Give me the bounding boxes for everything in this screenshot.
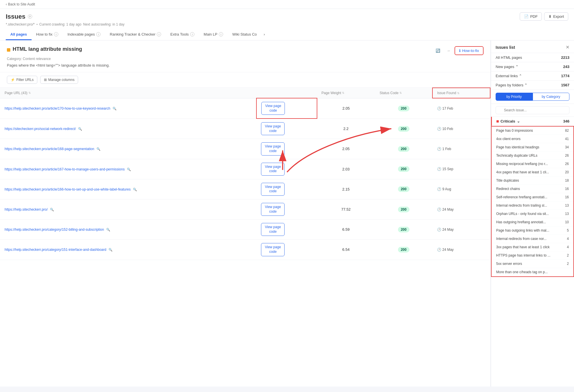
url-cell: https://help.sitecheckerr.pro/category/1… — [0, 240, 256, 260]
close-button[interactable]: ✕ — [566, 44, 569, 50]
issue-date: 🕐 1 Feb — [437, 147, 486, 151]
col-status[interactable]: Status Code ⇅ — [375, 88, 432, 98]
issue-item[interactable]: HTTPS page has internal links to ... 2 — [492, 251, 573, 260]
search-icon: 🔍 — [113, 107, 117, 110]
tab-wiki-status[interactable]: Wiki Status Co — [228, 29, 261, 40]
pdf-icon: 📄 — [524, 14, 529, 19]
view-page-code-button[interactable]: View pagecode — [261, 163, 285, 176]
weight-cell: 77.52 — [317, 199, 375, 219]
url-link[interactable]: https://help.sitecheckerr.pro/article/16… — [5, 147, 94, 151]
stat-row-all-pages[interactable]: All HTML pages 2213 — [491, 53, 574, 62]
search-icon: 🔍 — [78, 127, 82, 131]
url-link[interactable]: https://help.sitecheckerr.pro/category/1… — [5, 228, 104, 232]
view-page-code-button[interactable]: View pagecode — [261, 102, 285, 115]
view-page-code-button[interactable]: View pagecode — [261, 183, 285, 196]
issue-item[interactable]: Title duplicates 18 — [492, 176, 573, 185]
tab-indexable-pages[interactable]: Indexable pages i — [63, 29, 105, 40]
issue-item[interactable]: Missing reciprocal hreflang (no r... 26 — [492, 160, 573, 168]
url-link[interactable]: https://help.sitecheckerr.pro/category/1… — [5, 248, 106, 252]
filter-urls-button[interactable]: ⚡ Filter URLs — [7, 76, 37, 84]
col-url[interactable]: Page URL (43) ⇅ — [0, 88, 256, 98]
export-icon[interactable]: → — [444, 47, 452, 55]
issue-date: 🕐 17 Feb — [437, 106, 486, 110]
issue-item[interactable]: Page has outgoing links with mal... 5 — [492, 226, 573, 235]
sort-icon-issue: ⇅ — [457, 92, 459, 95]
pdf-button[interactable]: 📄 PDF — [520, 12, 542, 21]
issue-item-count: 2 — [567, 253, 569, 257]
main-lp-info-icon[interactable]: i — [219, 32, 223, 36]
issue-item-label: Redirect chains — [496, 187, 520, 191]
chevron-icon: ⌃ — [519, 74, 522, 78]
clock-icon: 🕐 — [437, 106, 441, 110]
url-link[interactable]: https://help.sitecheckerr.pro/article/16… — [5, 167, 125, 171]
stat-row-new-pages[interactable]: New pages ⌃ 243 — [491, 62, 574, 71]
issue-item[interactable]: 3xx pages that have at least 1 click 4 — [492, 243, 573, 251]
tab-ranking-tracker[interactable]: Ranking Tracker & Checker i — [105, 29, 166, 40]
how-to-fix-button[interactable]: ℹ How-to-fix — [455, 46, 484, 55]
export-button[interactable]: ⬇ Export — [544, 12, 568, 21]
tab-extra-tools[interactable]: Extra Tools i — [166, 29, 199, 40]
issue-item[interactable]: 5xx server errors 2 — [492, 260, 573, 268]
issue-item-label: Missing reciprocal hreflang (no r... — [496, 162, 548, 166]
issue-item-label: Page has outgoing links with mal... — [496, 228, 549, 232]
search-icon: 🔍 — [127, 168, 131, 171]
table-row: https://help.sitecheckerr.pro/article/16… — [0, 159, 490, 179]
issue-date: 🕐 24 May — [437, 228, 486, 232]
issue-item[interactable]: Internal redirects from case nor... 4 — [492, 235, 573, 243]
view-page-code-button[interactable]: View pagecode — [261, 203, 285, 216]
view-page-code-button[interactable]: View pagecode — [261, 122, 285, 135]
title-info-icon[interactable]: ? — [28, 14, 32, 19]
manage-columns-button[interactable]: ⊞ Manage columns — [40, 76, 78, 84]
view-page-code-button[interactable]: View pagecode — [261, 243, 285, 256]
issue-item-count: 41 — [565, 137, 569, 141]
stat-row-pages-folders[interactable]: Pages by folders ⌃ 1567 — [491, 81, 574, 90]
ranking-info-icon[interactable]: i — [157, 32, 161, 36]
tab-main-lp[interactable]: Main LP i — [199, 29, 228, 40]
col-issue-found[interactable]: Issue Found ⇅ — [432, 88, 490, 98]
issue-item[interactable]: 4xx client errors 41 — [492, 135, 573, 143]
data-table: Page URL (43) ⇅ Page Weight ⇅ — [0, 88, 490, 260]
search-icon: 🔍 — [109, 248, 113, 251]
search-input[interactable] — [496, 106, 569, 114]
view-code-cell: View pagecode — [256, 199, 317, 219]
issue-item[interactable]: Orphan URLs - only found via sit... 13 — [492, 210, 573, 218]
status-cell: 200 — [375, 240, 432, 260]
issue-item-label: Internal redirects from trailing sl... — [496, 203, 547, 207]
tabs-more-button[interactable]: › — [261, 29, 267, 40]
issue-item[interactable]: More than one c/heads tag on p... — [492, 268, 573, 276]
stat-row-external-links[interactable]: External links ⌃ 1774 — [491, 71, 574, 81]
how-to-fix-info-icon[interactable]: i — [54, 32, 58, 36]
issue-item-label: Title duplicates — [496, 178, 519, 183]
issue-item-label: Self-reference hreflang annotati... — [496, 195, 547, 199]
issue-item[interactable]: Page has 0 impressions 82 — [492, 127, 573, 135]
pages-folders-count: 1567 — [561, 83, 569, 87]
main-content: HTML lang attribute missing 🔄 → ℹ How-to… — [0, 40, 574, 387]
back-link[interactable]: ‹ Back to Site Audit — [6, 2, 35, 6]
issue-item[interactable]: Has outgoing hreflang annotati... 10 — [492, 218, 573, 226]
issue-item[interactable]: 4xx pages that have at least 1 cli... 20 — [492, 168, 573, 176]
issue-item-count: 26 — [565, 162, 569, 166]
by-category-tab[interactable]: by Category — [533, 93, 570, 101]
issue-item[interactable]: Technically duplicate URLs 26 — [492, 152, 573, 160]
url-link[interactable]: https://sitecheckerr.pro/social-network-… — [5, 127, 76, 131]
view-code-cell: View pagecode — [256, 139, 317, 159]
issue-item[interactable]: Page has identical headings 34 — [492, 143, 573, 152]
tab-how-to-fix[interactable]: How to fix i — [32, 29, 63, 40]
refresh-icon[interactable]: 🔄 — [434, 47, 442, 55]
view-page-code-button[interactable]: View pagecode — [261, 223, 285, 236]
indexable-info-icon[interactable]: i — [96, 32, 101, 36]
tab-all-pages[interactable]: All pages — [6, 29, 32, 40]
url-link[interactable]: https://help.sitecheckerr.pro/ — [5, 207, 48, 211]
url-link[interactable]: https://help.sitecheckerr.pro/article/16… — [5, 187, 131, 191]
issue-item[interactable]: Internal redirects from trailing sl... 1… — [492, 201, 573, 210]
extra-info-icon[interactable]: i — [190, 32, 194, 36]
issue-item[interactable]: Redirect chains 16 — [492, 185, 573, 193]
view-page-code-button[interactable]: View pagecode — [261, 142, 285, 155]
url-link[interactable]: https://help.sitecheckerr.pro/article/17… — [5, 106, 110, 110]
by-priority-tab[interactable]: by Priority — [496, 93, 533, 101]
clock-icon: 🕐 — [437, 147, 441, 151]
issue-item-count: 5 — [567, 228, 569, 232]
issue-item[interactable]: Self-reference hreflang annotati... 16 — [492, 193, 573, 201]
col-weight[interactable]: Page Weight ⇅ — [317, 88, 375, 98]
url-cell: https://help.sitecheckerr.pro/article/16… — [0, 159, 256, 179]
